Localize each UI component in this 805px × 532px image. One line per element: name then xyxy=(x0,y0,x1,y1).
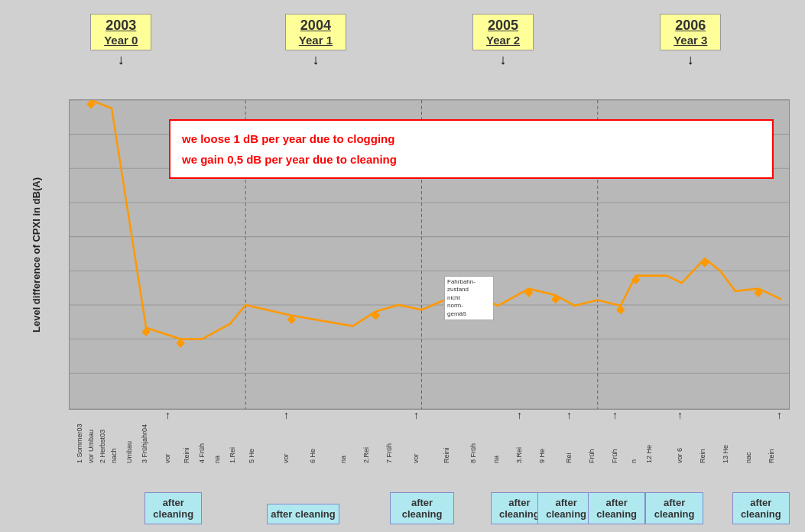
main-container: Level difference of CPXI in dB(A) 2003 Y… xyxy=(0,0,805,532)
year-box-2: 2005 Year 2 ↓ xyxy=(472,14,534,68)
svg-text:Rei: Rei xyxy=(565,453,573,463)
svg-text:Früh: Früh xyxy=(588,449,596,463)
y-axis-text: Level difference of CPXI in dB(A) xyxy=(31,177,42,332)
year-box-0: 2003 Year 0 ↓ xyxy=(90,14,151,68)
year-label-2: 2005 Year 2 xyxy=(472,14,534,50)
svg-text:1.Rei: 1.Rei xyxy=(229,447,236,463)
after-cleaning-box-6: after cleaning xyxy=(588,492,645,524)
x-axis-area: 1 Sommer03 vor Umbau 2 Herbst03 nach Umb… xyxy=(69,410,790,524)
svg-text:vor 6: vor 6 xyxy=(676,448,683,463)
x-labels-row: 1 Sommer03 vor Umbau 2 Herbst03 nach Umb… xyxy=(69,410,790,467)
svg-text:↑: ↑ xyxy=(777,410,782,421)
svg-text:12 He: 12 He xyxy=(645,445,653,463)
after-cleaning-box-8: after cleaning xyxy=(732,492,790,524)
svg-marker-24 xyxy=(177,339,184,348)
chart-wrapper: Level difference of CPXI in dB(A) 2003 Y… xyxy=(8,8,797,524)
svg-text:na: na xyxy=(339,456,347,463)
svg-text:5 He: 5 He xyxy=(248,449,255,463)
annotation-line1: we loose 1 dB per year due to clogging xyxy=(182,128,761,149)
svg-text:vor Umbau: vor Umbau xyxy=(87,430,95,463)
year-label-1: 2004 Year 1 xyxy=(285,14,346,50)
svg-text:↑: ↑ xyxy=(165,410,170,421)
year-arrow-0: ↓ xyxy=(90,52,151,68)
svg-text:8 Früh: 8 Früh xyxy=(469,443,477,463)
svg-text:Früh: Früh xyxy=(611,449,618,463)
after-cleaning-box-1: after cleaning xyxy=(144,492,202,524)
svg-text:na: na xyxy=(213,456,221,463)
svg-text:↑: ↑ xyxy=(517,410,522,421)
svg-text:Reini: Reini xyxy=(443,447,450,463)
svg-text:9 He: 9 He xyxy=(538,449,546,463)
svg-text:1 Sommer03: 1 Sommer03 xyxy=(76,423,83,463)
after-cleaning-box-5: after cleaning xyxy=(537,492,595,524)
after-cleaning-box-3: after cleaning xyxy=(390,492,455,524)
annotation-line2: we gain 0,5 dB per year due to cleaning xyxy=(182,149,761,170)
svg-text:3.Rei: 3.Rei xyxy=(515,447,523,463)
x-labels-svg: 1 Sommer03 vor Umbau 2 Herbst03 nach Umb… xyxy=(69,410,790,467)
svg-text:vor: vor xyxy=(282,453,290,463)
svg-text:4 Früh: 4 Früh xyxy=(198,443,206,463)
svg-text:↑: ↑ xyxy=(414,410,419,421)
svg-marker-29 xyxy=(617,306,625,314)
svg-text:Umbau: Umbau xyxy=(125,441,133,463)
year-arrow-1: ↓ xyxy=(285,52,346,68)
svg-text:Rein: Rein xyxy=(699,449,706,463)
svg-text:na: na xyxy=(492,456,500,463)
year-box-1: 2004 Year 1 ↓ xyxy=(285,14,346,68)
after-cleaning-row: after cleaning after cleaning after clea… xyxy=(69,469,790,524)
year-arrow-2: ↓ xyxy=(472,52,534,68)
year-label-0: 2003 Year 0 xyxy=(90,14,151,50)
chart-area: 0,0 -1,0 -2,0 -3,0 -4,0 -5,0 -6,0 -7,0 -… xyxy=(69,99,790,410)
svg-text:Rein: Rein xyxy=(768,449,775,463)
svg-text:3 Frühjahr04: 3 Frühjahr04 xyxy=(141,424,148,463)
svg-text:2 Herbst03: 2 Herbst03 xyxy=(99,430,106,463)
svg-text:↑: ↑ xyxy=(612,410,618,421)
year-labels-row: 2003 Year 0 ↓ 2004 Year 1 ↓ 2005 Year 2 xyxy=(69,14,790,75)
svg-text:13 He: 13 He xyxy=(722,445,729,463)
year-box-3: 2006 Year 3 ↓ xyxy=(660,14,721,68)
svg-text:↑: ↑ xyxy=(566,410,572,421)
svg-text:↑: ↑ xyxy=(677,410,683,421)
svg-text:nach: nach xyxy=(110,448,118,463)
annotation-box: we loose 1 dB per year due to clogging w… xyxy=(169,119,774,179)
svg-text:7 Früh: 7 Früh xyxy=(385,443,393,463)
svg-text:vor: vor xyxy=(164,453,171,463)
svg-text:↑: ↑ xyxy=(284,410,289,421)
svg-text:nac: nac xyxy=(745,452,752,463)
svg-text:vor: vor xyxy=(412,453,420,463)
svg-text:6 He: 6 He xyxy=(309,449,316,463)
svg-text:2.Rei: 2.Rei xyxy=(362,447,370,463)
y-axis-label: Level difference of CPXI in dB(A) xyxy=(8,99,65,410)
x-labels-container: 1 Sommer03 vor Umbau 2 Herbst03 nach Umb… xyxy=(69,410,790,467)
svg-text:Reini: Reini xyxy=(183,447,190,463)
after-cleaning-box-7: after cleaning xyxy=(645,492,703,524)
year-arrow-3: ↓ xyxy=(660,52,721,68)
small-annotation: Fahrbahn-zustandnichtnorm-gemäß xyxy=(444,276,494,320)
svg-text:n: n xyxy=(630,459,638,463)
after-cleaning-box-2: after cleaning xyxy=(267,504,339,524)
year-label-3: 2006 Year 3 xyxy=(660,14,721,50)
